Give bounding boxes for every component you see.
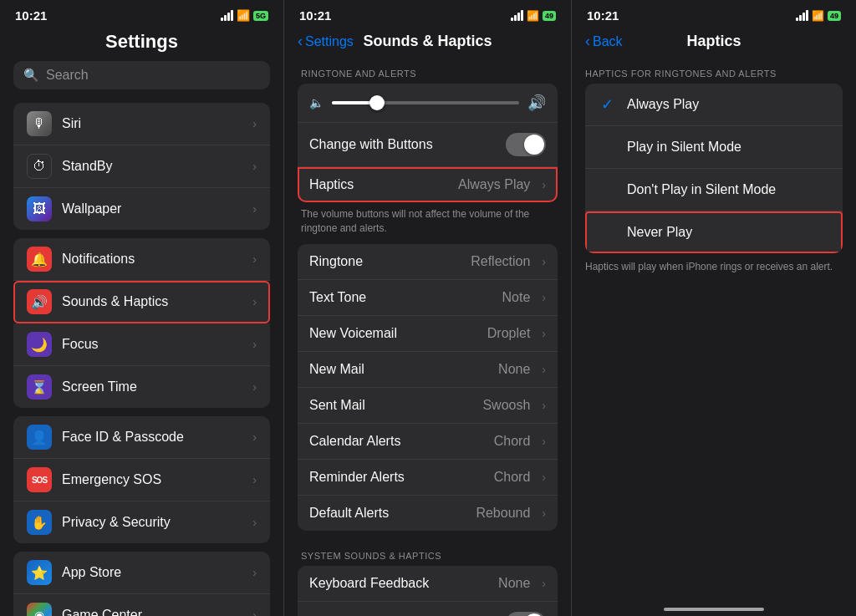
texttone-value: Note — [502, 290, 531, 305]
sidebar-item-privacy[interactable]: ✋ Privacy & Security › — [13, 501, 270, 543]
siri-label: Siri — [62, 116, 242, 131]
status-time-1: 10:21 — [15, 8, 47, 23]
defaultalerts-row[interactable]: Default Alerts Rebound › — [298, 496, 558, 531]
ringtone-value: Reflection — [471, 254, 530, 269]
haptics-back-button[interactable]: ‹ Back — [585, 33, 623, 50]
signal-bar-4 — [231, 10, 233, 21]
status-time-3: 10:21 — [587, 8, 619, 23]
sounds-back-button[interactable]: ‹ Settings — [298, 33, 354, 50]
sounds-chevron: › — [252, 295, 257, 308]
status-bar-3: 10:21 📶 49 — [572, 0, 856, 26]
defaultalerts-chevron: › — [542, 507, 546, 520]
calendar-row[interactable]: Calendar Alerts Chord › — [298, 424, 558, 460]
ringtone-row[interactable]: Ringtone Reflection › — [298, 244, 558, 280]
haptics-panel: 10:21 📶 49 ‹ Back Haptics HAPTICS FOR RI… — [572, 0, 856, 616]
standby-chevron: › — [252, 160, 257, 173]
gamecenter-icon: ◉ — [27, 603, 52, 616]
system-group: Keyboard Feedback None › Lock Sound — [298, 566, 558, 616]
s3-bar-4 — [806, 10, 808, 21]
search-bar[interactable]: 🔍 Search — [13, 61, 270, 89]
panel1-title: Settings — [0, 26, 283, 61]
battery-badge-1: 5G — [253, 11, 268, 21]
haptics-back-icon: ‹ — [585, 33, 590, 50]
tones-group: Ringtone Reflection › Text Tone Note › N… — [298, 244, 558, 531]
s3-bar-2 — [799, 15, 802, 21]
texttone-chevron: › — [542, 291, 546, 304]
lock-sound-row[interactable]: Lock Sound — [298, 602, 558, 616]
signal-bars-3 — [796, 10, 808, 21]
sidebar-item-sounds[interactable]: 🔊 Sounds & Haptics › — [13, 281, 270, 323]
texttone-row[interactable]: Text Tone Note › — [298, 280, 558, 316]
faceid-icon: 👤 — [27, 425, 52, 450]
haptics-row[interactable]: Haptics Always Play › — [298, 167, 558, 202]
status-icons-2: 📶 49 — [511, 10, 556, 22]
volume-row[interactable]: 🔈 🔊 — [298, 84, 558, 123]
voicemail-row[interactable]: New Voicemail Droplet › — [298, 316, 558, 352]
status-bar-1: 10:21 📶 5G — [0, 0, 283, 26]
never-play-check-icon: ✓ — [599, 223, 615, 242]
haptics-option-dont-play-silent[interactable]: ✓ Don't Play in Silent Mode — [585, 169, 843, 211]
volume-high-icon: 🔊 — [527, 94, 546, 112]
haptics-option-never-play[interactable]: ✓ Never Play — [585, 211, 843, 253]
dont-play-silent-check-icon: ✓ — [599, 181, 615, 199]
screentime-label: Screen Time — [62, 379, 242, 395]
sidebar-item-siri[interactable]: 🎙 Siri › — [13, 103, 270, 145]
haptics-option-play-silent[interactable]: ✓ Play in Silent Mode — [585, 126, 843, 169]
reminder-label: Reminder Alerts — [309, 470, 486, 485]
never-play-label: Never Play — [627, 225, 829, 240]
wallpaper-chevron: › — [252, 202, 257, 216]
volume-thumb — [369, 95, 385, 110]
sidebar-item-faceid[interactable]: 👤 Face ID & Passcode › — [13, 416, 270, 459]
reminder-row[interactable]: Reminder Alerts Chord › — [298, 460, 558, 496]
sos-chevron: › — [252, 473, 257, 486]
sentmail-row[interactable]: Sent Mail Swoosh › — [298, 388, 558, 424]
volume-low-icon: 🔈 — [309, 96, 324, 109]
sidebar-item-appstore[interactable]: ⭐ App Store › — [13, 552, 270, 594]
haptics-option-always-play[interactable]: ✓ Always Play — [585, 84, 843, 126]
sidebar-item-screentime[interactable]: ⌛ Screen Time › — [13, 366, 270, 408]
newmail-row[interactable]: New Mail None › — [298, 352, 558, 388]
dont-play-silent-label: Don't Play in Silent Mode — [627, 182, 829, 197]
texttone-label: Text Tone — [309, 290, 494, 305]
calendar-chevron: › — [542, 435, 546, 448]
system-section-header: SYSTEM SOUNDS & HAPTICS — [298, 539, 558, 566]
wallpaper-label: Wallpaper — [62, 201, 242, 216]
privacy-icon: ✋ — [27, 510, 52, 535]
focus-icon: 🌙 — [27, 332, 52, 357]
sidebar-item-standby[interactable]: ⏱ StandBy › — [13, 145, 270, 188]
sentmail-value: Swoosh — [482, 398, 530, 413]
s2-bar-4 — [521, 10, 523, 21]
sidebar-item-sos[interactable]: SOS Emergency SOS › — [13, 459, 270, 501]
appstore-icon: ⭐ — [27, 560, 52, 585]
gamecenter-label: Game Center — [62, 608, 242, 616]
change-with-buttons-toggle[interactable] — [506, 133, 546, 156]
keyboard-feedback-value: None — [498, 576, 530, 591]
status-time-2: 10:21 — [299, 8, 331, 23]
sos-label: Emergency SOS — [62, 472, 242, 487]
reminder-chevron: › — [542, 471, 546, 484]
keyboard-feedback-row[interactable]: Keyboard Feedback None › — [298, 566, 558, 602]
gamecenter-chevron: › — [252, 608, 257, 616]
voicemail-label: New Voicemail — [309, 326, 479, 341]
sidebar-item-notifications[interactable]: 🔔 Notifications › — [13, 238, 270, 281]
ringtone-chevron: › — [542, 255, 546, 268]
sidebar-item-focus[interactable]: 🌙 Focus › — [13, 323, 270, 366]
keyboard-feedback-chevron: › — [542, 577, 546, 590]
sentmail-label: Sent Mail — [309, 398, 474, 413]
lock-sound-toggle[interactable] — [506, 612, 546, 616]
volume-slider[interactable] — [332, 101, 519, 104]
signal-bar-3 — [227, 13, 230, 21]
sidebar-item-gamecenter[interactable]: ◉ Game Center › — [13, 594, 270, 616]
s3-bar-1 — [796, 18, 798, 21]
haptics-row-value: Always Play — [458, 177, 530, 192]
change-with-buttons-row[interactable]: Change with Buttons — [298, 123, 558, 167]
sidebar-item-wallpaper[interactable]: 🖼 Wallpaper › — [13, 188, 270, 230]
sounds-icon: 🔊 — [27, 289, 52, 314]
sounds-nav-bar: ‹ Settings Sounds & Haptics — [284, 26, 571, 57]
appstore-chevron: › — [252, 566, 257, 579]
newmail-chevron: › — [542, 363, 546, 376]
status-icons-3: 📶 49 — [796, 10, 841, 22]
status-icons-1: 📶 5G — [221, 9, 268, 22]
newmail-label: New Mail — [309, 362, 490, 377]
sentmail-chevron: › — [542, 399, 546, 412]
